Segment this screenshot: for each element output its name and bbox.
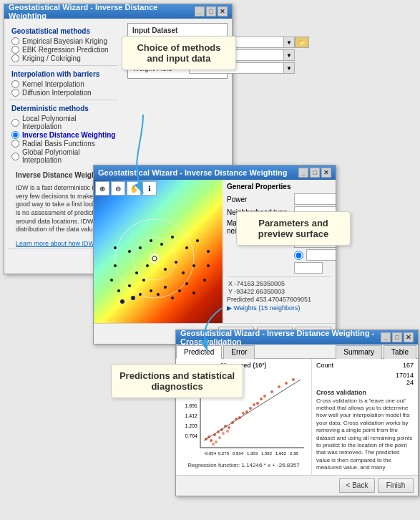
callout1: Choice of methods and input data bbox=[122, 36, 236, 70]
method-empirical-bayesian[interactable]: Empirical Bayesian Kriging bbox=[9, 37, 117, 45]
val1-row: 17014 bbox=[316, 372, 414, 379]
method-ebk-regression[interactable]: EBK Regression Prediction bbox=[9, 46, 117, 54]
data-field-dropdown[interactable]: ▼ bbox=[283, 49, 295, 61]
svg-point-6 bbox=[150, 289, 152, 292]
svg-point-9 bbox=[171, 297, 174, 299]
svg-point-66 bbox=[256, 402, 259, 405]
power-combo: 2 ▲▼ bbox=[294, 193, 336, 205]
svg-point-26 bbox=[196, 239, 199, 242]
method-kernel[interactable]: Kernel Interpolation bbox=[9, 80, 117, 88]
svg-point-58 bbox=[228, 426, 230, 429]
zoom-in-btn[interactable]: ⊕ bbox=[95, 181, 109, 196]
w2-close-btn[interactable]: ✕ bbox=[321, 168, 331, 178]
y-coord-row: Y -93422.66350003 bbox=[227, 288, 331, 295]
map-toolbar: ⊕ ⊖ ✋ ℹ bbox=[95, 181, 157, 196]
svg-point-60 bbox=[235, 418, 238, 420]
method-idw[interactable]: Inverse Distance Weighting bbox=[9, 131, 117, 139]
method-local-poly[interactable]: Local Polynomial Interpolation bbox=[9, 115, 117, 130]
w3-maximize-btn[interactable]: □ bbox=[392, 332, 402, 342]
svg-point-70 bbox=[278, 385, 280, 388]
val2: 24 bbox=[406, 379, 414, 386]
y-value: -93422.66350003 bbox=[234, 288, 285, 295]
method-radial[interactable]: Radial Basis Functions bbox=[9, 140, 117, 148]
svg-point-24 bbox=[171, 236, 174, 239]
source-folder-btn[interactable]: 📁 bbox=[295, 37, 309, 48]
svg-point-32 bbox=[114, 246, 117, 249]
x-label: X bbox=[228, 280, 235, 287]
pan-btn[interactable]: ✋ bbox=[127, 181, 141, 196]
svg-point-25 bbox=[185, 246, 188, 249]
svg-point-23 bbox=[160, 243, 163, 246]
method-kriging[interactable]: Kriging / Cokriging bbox=[9, 54, 117, 62]
svg-point-14 bbox=[146, 264, 149, 267]
method-global-poly[interactable]: Global Polynomial Interpolation bbox=[9, 148, 117, 164]
minimize-btn[interactable]: _ bbox=[195, 6, 205, 16]
callout3: Predictions and statistical diagnostics bbox=[111, 364, 243, 398]
coords-section: X -74163.26350005 Y -93422.66350003 Pred… bbox=[227, 276, 331, 312]
svg-point-27 bbox=[207, 250, 210, 253]
svg-text:1.662: 1.662 bbox=[275, 451, 287, 456]
w3-close-btn[interactable]: ✕ bbox=[404, 332, 414, 342]
sector-combo: 1 Sector ▼ bbox=[306, 249, 336, 261]
svg-point-57 bbox=[224, 425, 227, 428]
w3-finish-btn[interactable]: Finish bbox=[378, 478, 414, 493]
sector-input[interactable]: 1 Sector bbox=[306, 249, 336, 261]
w3-minimize-btn[interactable]: _ bbox=[381, 332, 391, 342]
w2-minimize-btn[interactable]: _ bbox=[298, 168, 308, 178]
divider1 bbox=[9, 65, 117, 66]
svg-point-8 bbox=[164, 286, 167, 289]
svg-point-19 bbox=[192, 264, 195, 267]
close-btn[interactable]: ✕ bbox=[218, 6, 228, 16]
svg-point-13 bbox=[135, 271, 138, 274]
svg-point-72 bbox=[292, 378, 295, 381]
svg-point-7 bbox=[157, 293, 160, 296]
window3-title: Geostatistical Wizard - Inverse Distance… bbox=[180, 329, 381, 346]
angle-input[interactable]: 0 bbox=[294, 262, 323, 274]
callout1-text: Choice of methods and input data bbox=[137, 42, 220, 64]
svg-point-65 bbox=[253, 403, 255, 406]
w3-back-btn[interactable]: < Back bbox=[339, 478, 375, 493]
power-input[interactable]: 2 bbox=[294, 193, 336, 205]
geostatistical-methods-label: Geostatistical methods bbox=[9, 26, 117, 37]
tab-error[interactable]: Error bbox=[223, 345, 255, 359]
window1-controls: _ □ ✕ bbox=[195, 6, 228, 16]
val1: 17014 bbox=[396, 372, 414, 379]
tab-spacer bbox=[256, 345, 336, 359]
predicted-row: Predicted 453.470457609051 bbox=[227, 296, 331, 303]
predicted-value: 453.470457609051 bbox=[256, 296, 312, 303]
zoom-out-btn[interactable]: ⊖ bbox=[111, 181, 125, 196]
source-dropdown-btn[interactable]: ▼ bbox=[283, 37, 295, 48]
weights-row[interactable]: Weights (15 neighbors) bbox=[227, 304, 331, 312]
svg-point-52 bbox=[207, 435, 210, 438]
count-row: Count 167 bbox=[316, 362, 414, 369]
svg-point-31 bbox=[110, 279, 113, 281]
weight-field-dropdown[interactable]: ▼ bbox=[283, 62, 295, 74]
sector-radio[interactable] bbox=[294, 251, 303, 260]
method-ebk-label: EBK Regression Prediction bbox=[22, 46, 109, 54]
window3-titlebar: Geostatistical Wizard - Inverse Distance… bbox=[176, 330, 418, 345]
method-local-poly-label: Local Polynomial Interpolation bbox=[22, 115, 117, 130]
w2-maximize-btn[interactable]: □ bbox=[310, 168, 320, 178]
x-coord-row: X -74163.26350005 bbox=[227, 280, 331, 287]
window2-controls: _ □ ✕ bbox=[298, 168, 331, 178]
svg-point-75 bbox=[218, 436, 221, 439]
tab-summary[interactable]: Summary bbox=[336, 345, 382, 359]
svg-point-11 bbox=[185, 282, 188, 285]
tab-predicted[interactable]: Predicted bbox=[176, 345, 222, 359]
svg-text:0.764: 0.764 bbox=[185, 433, 197, 438]
svg-point-76 bbox=[222, 432, 225, 435]
window3-controls: _ □ ✕ bbox=[381, 332, 414, 342]
svg-point-10 bbox=[178, 289, 181, 292]
svg-text:-0.054: -0.054 bbox=[204, 451, 217, 456]
cv-description: Cross validation is a 'leave one out' me… bbox=[316, 398, 414, 472]
svg-text:0.275: 0.275 bbox=[218, 451, 230, 456]
identify-btn[interactable]: ℹ bbox=[142, 181, 157, 196]
maximize-btn[interactable]: □ bbox=[206, 6, 216, 16]
summary-panel: Count 167 17014 24 Cross validation Cros… bbox=[312, 359, 418, 475]
tab-table[interactable]: Table bbox=[384, 345, 416, 359]
svg-point-59 bbox=[231, 421, 234, 424]
svg-point-74 bbox=[215, 440, 218, 443]
svg-point-69 bbox=[270, 390, 273, 393]
method-diffusion[interactable]: Diffusion Interpolation bbox=[9, 89, 117, 97]
regression-text: Regression function: 1.14246 * x + -26.8… bbox=[179, 462, 308, 468]
